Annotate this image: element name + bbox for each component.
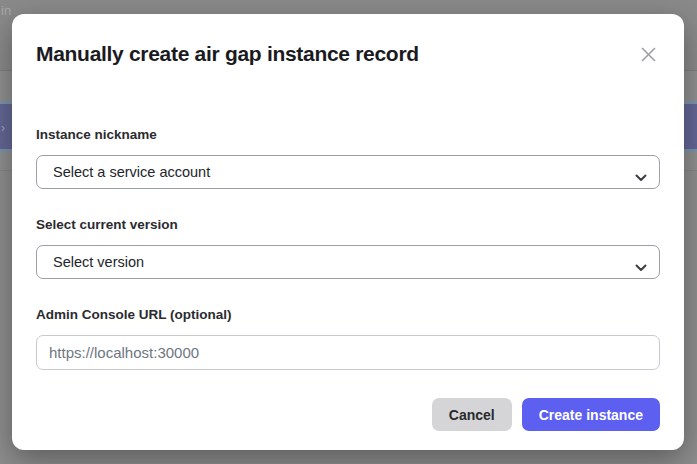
field-admin-console-url: Admin Console URL (optional): [36, 307, 660, 370]
current-version-label: Select current version: [36, 217, 660, 233]
background-row-mark: ›: [1, 121, 5, 135]
modal-header: Manually create air gap instance record: [36, 40, 660, 68]
cancel-button[interactable]: Cancel: [432, 398, 512, 431]
instance-nickname-select-value: Select a service account: [53, 164, 210, 180]
admin-console-url-label: Admin Console URL (optional): [36, 307, 660, 323]
screen: in › Manually create air gap instance re…: [0, 0, 697, 464]
chevron-down-icon: [635, 258, 647, 276]
instance-nickname-select[interactable]: Select a service account: [36, 155, 660, 189]
instance-nickname-label: Instance nickname: [36, 127, 660, 143]
close-icon-glyph: [640, 46, 657, 63]
background-partial-text: in: [1, 3, 11, 18]
admin-console-url-input[interactable]: [36, 335, 660, 370]
create-instance-button[interactable]: Create instance: [522, 398, 660, 431]
modal-form: Instance nickname Select a service accou…: [36, 127, 660, 431]
close-icon[interactable]: [638, 44, 658, 64]
field-current-version: Select current version Select version: [36, 217, 660, 279]
chevron-down-icon: [635, 168, 647, 186]
modal-title: Manually create air gap instance record: [36, 40, 419, 68]
create-air-gap-instance-modal: Manually create air gap instance record …: [12, 14, 684, 450]
modal-actions: Cancel Create instance: [36, 398, 660, 431]
current-version-select[interactable]: Select version: [36, 245, 660, 279]
field-instance-nickname: Instance nickname Select a service accou…: [36, 127, 660, 189]
current-version-select-value: Select version: [53, 254, 144, 270]
